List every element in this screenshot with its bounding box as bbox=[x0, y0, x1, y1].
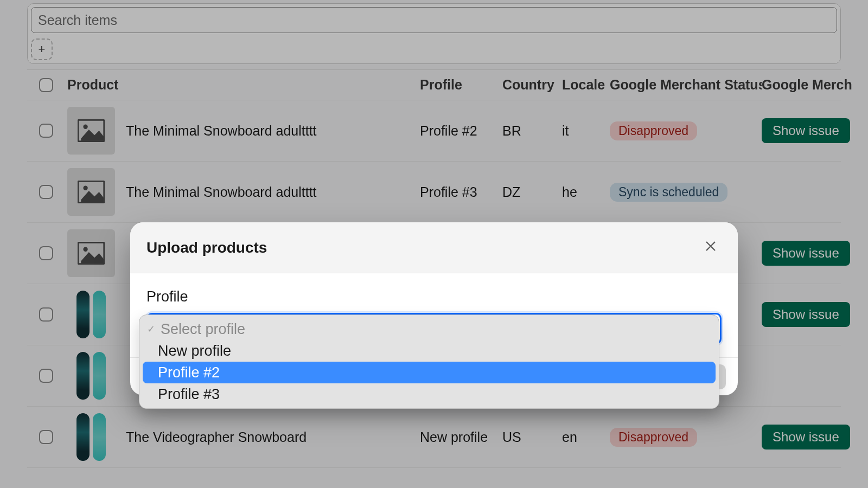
option-label: New profile bbox=[158, 343, 231, 359]
profile-option-3[interactable]: Profile #3 bbox=[143, 383, 716, 405]
modal-title: Upload products bbox=[146, 239, 267, 256]
close-icon bbox=[704, 240, 717, 255]
check-icon: ✓ bbox=[147, 323, 155, 335]
profile-dropdown: ✓ Select profile New profile Profile #2 … bbox=[139, 314, 719, 409]
option-label: Select profile bbox=[161, 321, 245, 338]
option-label: Profile #2 bbox=[158, 364, 220, 381]
profile-option-new[interactable]: New profile bbox=[143, 340, 716, 362]
profile-field-label: Profile bbox=[146, 288, 722, 305]
option-label: Profile #3 bbox=[158, 386, 220, 403]
modal-header: Upload products bbox=[130, 222, 738, 273]
modal-close-button[interactable] bbox=[700, 237, 722, 259]
profile-option-placeholder[interactable]: ✓ Select profile bbox=[143, 318, 716, 340]
profile-option-2[interactable]: Profile #2 bbox=[143, 362, 716, 383]
